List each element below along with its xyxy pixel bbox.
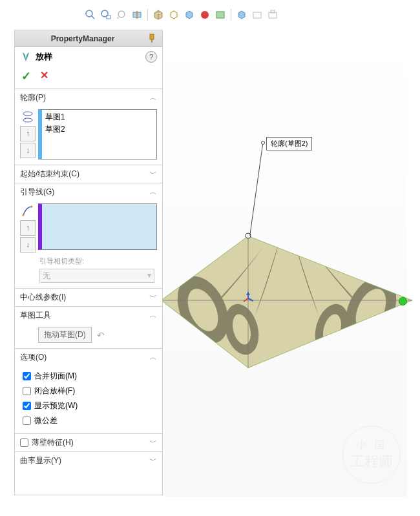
render-icon[interactable] (251, 8, 264, 21)
profile-selector-icon[interactable] (20, 109, 36, 125)
zoom-fit-icon[interactable] (84, 8, 97, 21)
svg-point-104 (412, 136, 420, 147)
svg-point-113 (0, 220, 8, 231)
svg-point-144 (412, 471, 420, 483)
section-view-icon[interactable] (131, 8, 143, 21)
svg-point-62 (203, 508, 215, 516)
help-icon[interactable]: ? (145, 51, 157, 63)
svg-point-142 (412, 455, 420, 466)
svg-point-43 (52, 0, 63, 8)
chevron-down-icon: ﹀ (149, 292, 157, 303)
thin-feature-header[interactable]: 薄壁特征(H) ﹀ (15, 434, 162, 451)
constraints-header[interactable]: 起始/结束约束(C) ﹀ (15, 165, 162, 183)
svg-rect-9 (253, 12, 261, 18)
sketch-tools-header[interactable]: 草图工具 ︿ (15, 307, 162, 324)
ok-button[interactable]: ✓ (21, 69, 31, 83)
move-down-button[interactable]: ↓ (20, 237, 36, 253)
chevron-up-icon: ︿ (149, 352, 157, 363)
screen-capture-icon[interactable] (266, 8, 279, 21)
chevron-down-icon: ﹀ (149, 455, 157, 466)
chevron-down-icon: ﹀ (149, 169, 157, 180)
show-preview-option[interactable]: 显示预览(W) (20, 398, 157, 413)
svg-point-88 (412, 1, 420, 13)
apply-scene-icon[interactable] (214, 8, 227, 21)
svg-point-44 (52, 508, 63, 516)
chevron-up-icon: ︿ (149, 310, 157, 321)
svg-point-50 (102, 508, 114, 516)
svg-point-111 (0, 203, 8, 214)
close-loft-option[interactable]: 闭合放样(F) (20, 384, 157, 398)
move-up-button[interactable]: ↑ (20, 126, 36, 141)
options-header[interactable]: 选项(O) ︿ (15, 349, 162, 366)
property-manager-panel: PropertyManager 放样 ? ✓ ✕ 轮廓(P) ︿ ↑ ↓ 草图1 (14, 30, 163, 495)
loft-surface (158, 213, 416, 368)
origin-triad (242, 292, 255, 305)
display-style-icon[interactable] (167, 8, 180, 21)
zoom-area-icon[interactable] (100, 8, 112, 21)
previous-view-icon[interactable] (115, 8, 128, 21)
svg-point-143 (0, 471, 8, 483)
chevron-down-icon: ﹀ (149, 437, 157, 448)
move-down-button[interactable]: ↓ (20, 143, 36, 158)
svg-point-127 (0, 337, 8, 349)
svg-point-140 (412, 438, 420, 449)
hide-show-icon[interactable] (183, 8, 196, 21)
feature-title-row: 放样 ? (15, 47, 162, 67)
svg-point-125 (0, 320, 8, 332)
svg-point-37 (1, 0, 13, 8)
callout-anchor (261, 141, 265, 145)
svg-point-83 (388, 0, 399, 8)
guides-listbox[interactable] (38, 203, 157, 250)
sketch-tools-section: 草图工具 ︿ 拖动草图(D) ↶ (15, 306, 162, 348)
svg-point-76 (320, 508, 332, 516)
svg-point-66 (236, 508, 248, 516)
profiles-header[interactable]: 轮廓(P) ︿ (15, 89, 162, 107)
preview-checkbox[interactable] (23, 402, 31, 410)
centerline-section: 中心线参数(I) ﹀ (15, 288, 162, 306)
centerline-header[interactable]: 中心线参数(I) ﹀ (15, 289, 162, 306)
svg-point-106 (412, 152, 420, 164)
guides-header[interactable]: 引导线(G) ︿ (15, 183, 162, 201)
svg-point-84 (388, 508, 399, 516)
curvature-section: 曲率显示(Y) ﹀ (15, 451, 162, 470)
svg-point-31 (23, 118, 32, 122)
micro-checkbox[interactable] (23, 417, 31, 425)
svg-point-42 (35, 508, 47, 516)
guide-selector-icon[interactable] (20, 203, 36, 219)
svg-point-4 (118, 11, 125, 17)
profiles-listbox[interactable]: 草图1 草图2 (38, 109, 157, 160)
edit-appearance-icon[interactable] (198, 8, 211, 21)
view-settings-icon[interactable] (235, 8, 248, 21)
svg-point-80 (354, 508, 366, 516)
curvature-header[interactable]: 曲率显示(Y) ﹀ (15, 452, 162, 470)
svg-point-52 (119, 508, 131, 516)
merge-faces-option[interactable]: 合并切面(M) (20, 369, 157, 384)
svg-point-119 (0, 270, 8, 282)
micro-tolerance-option[interactable]: 微公差 (20, 413, 157, 428)
svg-point-107 (0, 169, 8, 181)
svg-point-85 (404, 0, 416, 8)
pushpin-icon[interactable] (147, 33, 158, 45)
list-item[interactable]: 草图2 (43, 123, 155, 136)
view-orientation-icon[interactable] (152, 8, 165, 21)
profile-callout[interactable]: 轮廓(草图2) (266, 137, 312, 150)
svg-point-98 (412, 85, 420, 97)
svg-point-100 (412, 102, 420, 114)
cancel-button[interactable]: ✕ (40, 69, 48, 83)
svg-point-101 (0, 119, 8, 130)
drag-sketch-button[interactable]: 拖动草图(D) (38, 327, 92, 343)
svg-point-117 (0, 253, 8, 265)
svg-point-141 (0, 455, 8, 466)
close-checkbox[interactable] (23, 387, 31, 395)
svg-point-60 (186, 508, 198, 516)
tangent-type-label: 引导相切类型: (20, 253, 157, 269)
svg-point-79 (354, 0, 366, 8)
loft-feature-icon (20, 51, 32, 63)
list-item[interactable]: 草图1 (43, 111, 155, 123)
watermark: 小 国 工程师 (342, 426, 401, 484)
move-up-button[interactable]: ↑ (20, 220, 36, 236)
options-section: 选项(O) ︿ 合并切面(M) 闭合放样(F) 显示预览(W) 微公差 (15, 348, 162, 433)
profile-endpoint[interactable] (399, 297, 407, 305)
merge-checkbox[interactable] (23, 372, 31, 380)
thin-checkbox[interactable] (20, 439, 28, 447)
